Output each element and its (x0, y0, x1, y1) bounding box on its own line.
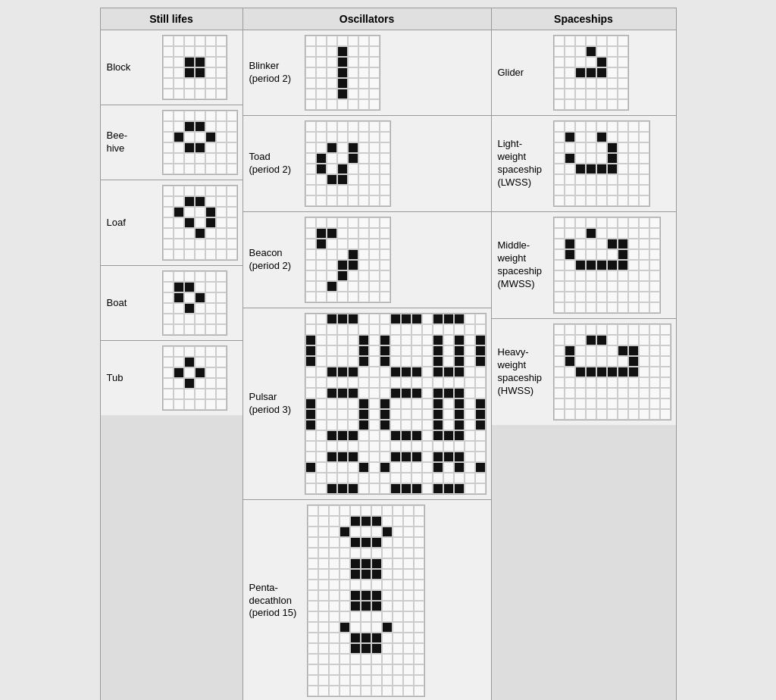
grid-cell (565, 302, 575, 313)
grid-cell (380, 452, 390, 462)
grid-cell (308, 643, 318, 654)
grid-cell (403, 505, 414, 516)
grid-cell (475, 335, 486, 345)
grid-cell (348, 217, 358, 228)
grid-cell (575, 249, 586, 260)
grid-cell (586, 409, 596, 420)
grid-cell (618, 99, 628, 110)
grid-cell (316, 260, 327, 270)
grid-cell (184, 36, 195, 46)
grid-cell (443, 314, 454, 324)
grid-cell (554, 377, 565, 388)
grid-cell (361, 664, 371, 675)
grid-cell (628, 292, 639, 302)
grid-cell (607, 36, 618, 46)
grid-cell (329, 516, 340, 527)
grid-cell (369, 78, 380, 89)
grid-cell (554, 292, 565, 302)
grid-cell (411, 473, 422, 483)
grid-cell (403, 580, 414, 590)
grid-cell (660, 324, 671, 335)
grid-cell (649, 377, 660, 388)
grid-cell (403, 686, 414, 696)
grid-cell (586, 153, 596, 164)
grid-cell (565, 174, 575, 185)
grid-cell (316, 367, 327, 377)
grid-cell (216, 57, 227, 67)
grid-cell (174, 292, 184, 303)
grid-cell (316, 164, 327, 174)
grid-cell (227, 111, 237, 121)
grid-cell (433, 483, 443, 494)
grid-cell (596, 153, 607, 164)
grid-cell (205, 57, 216, 67)
grid-cell (163, 57, 174, 67)
grid-cell (393, 516, 403, 527)
grid-cell (618, 345, 628, 356)
grid-cell (340, 516, 350, 527)
grid-cell (316, 217, 327, 228)
grid-cell (227, 239, 237, 249)
grid-cell (639, 377, 649, 388)
grid-cell (348, 142, 358, 153)
grid-cell (575, 228, 586, 239)
grid-cell (337, 185, 348, 195)
grid-cell (174, 78, 184, 89)
grid-cell (454, 441, 465, 452)
grid-cell (327, 195, 337, 206)
grid-cell (358, 174, 369, 185)
grid-cell (348, 89, 358, 99)
grid-cell (369, 409, 380, 420)
grid-cell (618, 270, 628, 281)
grid-cell (639, 281, 649, 292)
grid-cell (369, 335, 380, 345)
grid-cell (607, 57, 618, 67)
grid-cell (422, 430, 433, 441)
grid-cell (348, 67, 358, 78)
grid-cell (348, 367, 358, 377)
pattern-row: Heavy-weightspaceship(HWSS) (492, 319, 676, 425)
grid-cell (350, 633, 361, 643)
grid-cell (337, 462, 348, 473)
grid-cell (216, 346, 227, 357)
grid-cell (380, 420, 390, 430)
grid-cell (454, 462, 465, 473)
grid-cell (318, 527, 329, 537)
grid-cell (393, 527, 403, 537)
grid-cell (318, 548, 329, 558)
grid-cell (628, 228, 639, 239)
grid-cell (205, 36, 216, 46)
grid-cell (340, 569, 350, 580)
grid-cell (596, 57, 607, 67)
grid-cell (205, 164, 216, 174)
grid-cell (174, 217, 184, 228)
grid-cell (414, 611, 424, 622)
grid-cell (184, 357, 195, 367)
grid-cell (575, 121, 586, 132)
grid-cell (358, 420, 369, 430)
grid-cell (369, 195, 380, 206)
grid-cell (216, 389, 227, 399)
grid-cell (337, 67, 348, 78)
grid-cell (390, 398, 401, 409)
grid-cell (308, 569, 318, 580)
grid-cell (411, 483, 422, 494)
grid-cell (607, 121, 618, 132)
grid-cell (639, 356, 649, 367)
grid-cell (369, 462, 380, 473)
pattern-label: Penta-decathlon(period 15) (243, 500, 303, 700)
grid-cell (327, 420, 337, 430)
grid-cell (348, 195, 358, 206)
grid-cell (554, 121, 565, 132)
grid-cell (554, 89, 565, 99)
grid-cell (403, 537, 414, 548)
grid-cell (465, 473, 475, 483)
grid-cell (369, 314, 380, 324)
grid-cell (607, 409, 618, 420)
grid-cell (596, 270, 607, 281)
grid-cell (371, 590, 382, 601)
grid-cell (216, 314, 227, 324)
pattern-row: Boat (101, 266, 242, 341)
grid-cell (305, 281, 316, 292)
grid-cell (554, 78, 565, 89)
